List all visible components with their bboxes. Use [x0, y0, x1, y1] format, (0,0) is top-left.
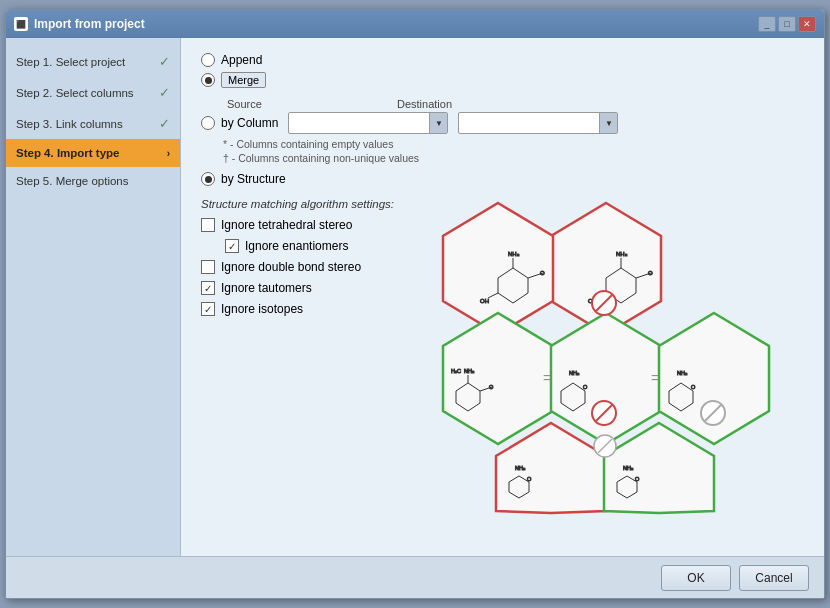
source-select-arrow[interactable]: ▼ [429, 113, 447, 133]
window-title: Import from project [34, 17, 145, 31]
sidebar-item-step1[interactable]: Step 1. Select project✓ [6, 46, 180, 77]
svg-text:O: O [489, 384, 494, 390]
svg-text:O: O [527, 476, 532, 482]
checkbox-box-taut[interactable]: ✓ [201, 281, 215, 295]
sidebar-label: Step 1. Select project [16, 56, 125, 68]
check-icon: ✓ [159, 54, 170, 69]
structure-section: by Structure Structure matching algorith… [201, 172, 804, 518]
append-label: Append [221, 53, 262, 67]
append-option-row: Append [201, 53, 804, 67]
merge-label: Merge [221, 72, 266, 88]
main-window: ⬛ Import from project _ □ ✕ Step 1. Sele… [5, 9, 825, 599]
by-column-radio[interactable] [201, 116, 215, 130]
svg-text:=: = [651, 370, 659, 386]
checkbox-box-dbl[interactable] [201, 260, 215, 274]
checkbox-label-dbl: Ignore double bond stereo [221, 260, 361, 274]
svg-text:NH₂: NH₂ [508, 251, 520, 257]
svg-text:O: O [583, 384, 588, 390]
svg-text:NH₂: NH₂ [623, 465, 634, 471]
svg-text:NH₂: NH₂ [464, 368, 475, 374]
svg-text:NH₂: NH₂ [515, 465, 526, 471]
structure-controls: Structure matching algorithm settings: I… [201, 198, 421, 323]
append-radio[interactable] [201, 53, 215, 67]
destination-label: Destination [393, 98, 553, 110]
checkbox-box-iso[interactable]: ✓ [201, 302, 215, 316]
checkbox-iso[interactable]: ✓ Ignore isotopes [201, 302, 421, 316]
window-title-bar: ⬛ Import from project [14, 17, 145, 31]
window-controls: _ □ ✕ [758, 16, 816, 32]
structure-row: Structure matching algorithm settings: I… [201, 198, 804, 518]
check-icon: ✓ [159, 85, 170, 100]
sidebar-item-step5[interactable]: Step 5. Merge options [6, 167, 180, 195]
sidebar: Step 1. Select project✓Step 2. Select co… [6, 38, 181, 556]
sidebar-item-step4[interactable]: Step 4. Import type› [6, 139, 180, 167]
checkbox-label-enan: Ignore enantiomers [245, 239, 348, 253]
svg-text:O: O [540, 270, 545, 276]
checkbox-label-tet: Ignore tetrahedral stereo [221, 218, 352, 232]
cancel-button[interactable]: Cancel [739, 565, 809, 591]
maximize-button[interactable]: □ [778, 16, 796, 32]
hint1: * - Columns containing empty values [223, 138, 804, 150]
check-icon: ✓ [159, 116, 170, 131]
merge-radio[interactable] [201, 73, 215, 87]
close-button[interactable]: ✕ [798, 16, 816, 32]
content-area: Step 1. Select project✓Step 2. Select co… [6, 38, 824, 556]
checkbox-box-tet[interactable] [201, 218, 215, 232]
ok-button[interactable]: OK [661, 565, 731, 591]
hex-svg: NH₂ O OH [441, 198, 771, 518]
by-structure-radio[interactable] [201, 172, 215, 186]
by-structure-row: by Structure [201, 172, 804, 186]
svg-text:H₃C: H₃C [451, 368, 461, 374]
checkbox-enan[interactable]: ✓ Ignore enantiomers [225, 239, 421, 253]
titlebar: ⬛ Import from project _ □ ✕ [6, 10, 824, 38]
svg-text:NH₂: NH₂ [677, 370, 688, 376]
merge-radio-label[interactable]: Merge [201, 72, 266, 88]
checkbox-taut[interactable]: ✓ Ignore tautomers [201, 281, 421, 295]
svg-text:O: O [648, 270, 653, 276]
svg-text:OH: OH [480, 298, 489, 304]
checkbox-box-enan[interactable]: ✓ [225, 239, 239, 253]
minimize-button[interactable]: _ [758, 16, 776, 32]
sidebar-item-step2[interactable]: Step 2. Select columns✓ [6, 77, 180, 108]
svg-text:NH₂: NH₂ [569, 370, 580, 376]
by-structure-label: by Structure [221, 172, 286, 186]
svg-marker-3 [443, 313, 553, 444]
sidebar-label: Step 3. Link columns [16, 118, 123, 130]
algo-label: Structure matching algorithm settings: [201, 198, 421, 210]
hex-diagram: NH₂ O OH [441, 198, 771, 518]
svg-text:O: O [635, 476, 640, 482]
source-dest-labels: Source Destination [223, 98, 804, 110]
sidebar-label: Step 5. Merge options [16, 175, 129, 187]
chevron-icon: › [167, 148, 170, 159]
source-select[interactable]: ▼ [288, 112, 448, 134]
by-column-row: by Column ▼ ▼ [201, 112, 804, 134]
svg-text:=: = [543, 370, 551, 386]
by-structure-radio-label[interactable]: by Structure [201, 172, 804, 186]
window-icon: ⬛ [14, 17, 28, 31]
checkbox-tet[interactable]: Ignore tetrahedral stereo [201, 218, 421, 232]
merge-option-row: Merge [201, 72, 804, 88]
footer: OK Cancel [6, 556, 824, 598]
checkbox-label-iso: Ignore isotopes [221, 302, 303, 316]
main-panel: Append Merge Source Destination by Colum [181, 38, 824, 556]
destination-select[interactable]: ▼ [458, 112, 618, 134]
checkbox-dbl[interactable]: Ignore double bond stereo [201, 260, 421, 274]
by-column-radio-label[interactable]: by Column [201, 116, 278, 130]
sidebar-item-step3[interactable]: Step 3. Link columns✓ [6, 108, 180, 139]
checkbox-label-taut: Ignore tautomers [221, 281, 312, 295]
destination-select-arrow[interactable]: ▼ [599, 113, 617, 133]
svg-text:NH₂: NH₂ [616, 251, 628, 257]
svg-text:O: O [691, 384, 696, 390]
sidebar-label: Step 2. Select columns [16, 87, 134, 99]
hint2: † - Columns containing non-unique values [223, 152, 804, 164]
append-radio-label[interactable]: Append [201, 53, 262, 67]
sidebar-label: Step 4. Import type [16, 147, 120, 159]
by-column-label: by Column [221, 116, 278, 130]
source-label: Source [223, 98, 383, 110]
